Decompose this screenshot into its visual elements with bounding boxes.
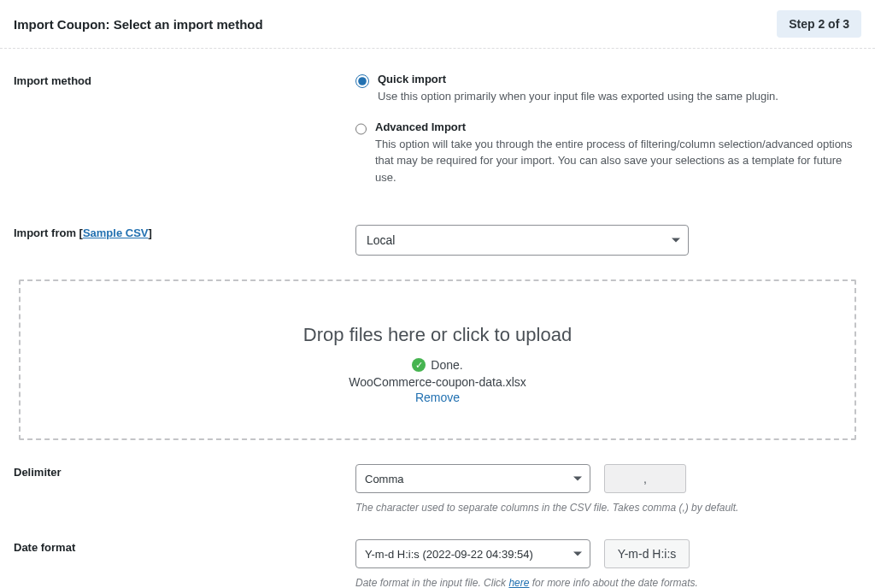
delimiter-helper: The character used to separate columns i…: [355, 500, 861, 515]
delimiter-char-input[interactable]: [604, 464, 686, 493]
delimiter-label: Delimiter: [14, 464, 355, 515]
quick-import-title: Quick import: [378, 73, 778, 85]
remove-file-link[interactable]: Remove: [38, 391, 837, 404]
date-format-display: Y-m-d H:i:s: [604, 539, 690, 568]
check-circle-icon: ✓: [412, 358, 426, 372]
file-dropzone[interactable]: Drop files here or click to upload ✓ Don…: [19, 279, 856, 440]
advanced-import-desc: This option will take you through the en…: [375, 138, 853, 184]
dropzone-title: Drop files here or click to upload: [38, 324, 837, 346]
import-method-value: Quick import Use this option primarily w…: [355, 73, 861, 201]
upload-done-row: ✓ Done.: [38, 358, 837, 372]
date-format-label: Date format: [14, 539, 355, 588]
delimiter-select[interactable]: Comma: [355, 464, 590, 493]
advanced-import-radio[interactable]: [355, 122, 367, 136]
date-format-row: Date format Y-m-d H:i:s (2022-09-22 04:3…: [14, 539, 861, 588]
import-method-row: Import method Quick import Use this opti…: [14, 73, 861, 201]
advanced-import-option[interactable]: Advanced Import This option will take yo…: [355, 121, 861, 186]
import-from-row: Import from [Sample CSV] Local: [14, 225, 861, 256]
import-from-label: Import from [Sample CSV]: [14, 225, 355, 256]
advanced-import-title: Advanced Import: [375, 121, 861, 133]
page-title: Import Coupon: Select an import method: [14, 17, 263, 32]
upload-done-text: Done.: [431, 358, 462, 372]
sample-csv-link[interactable]: Sample CSV: [83, 226, 149, 239]
delimiter-row: Delimiter Comma The character used to se…: [14, 464, 861, 515]
quick-import-radio[interactable]: [355, 74, 369, 88]
quick-import-option[interactable]: Quick import Use this option primarily w…: [355, 73, 861, 105]
import-from-select-wrap: Local: [355, 225, 689, 256]
date-format-helper: Date format in the input file. Click her…: [355, 575, 861, 588]
uploaded-filename: WooCommerce-coupon-data.xlsx: [38, 375, 837, 389]
import-from-select[interactable]: Local: [355, 225, 689, 256]
form-content: Import method Quick import Use this opti…: [0, 49, 875, 588]
date-format-help-link[interactable]: here: [508, 577, 529, 588]
quick-import-desc: Use this option primarily when your inpu…: [378, 90, 778, 103]
step-badge: Step 2 of 3: [777, 10, 861, 38]
date-format-select[interactable]: Y-m-d H:i:s (2022-09-22 04:39:54): [355, 539, 590, 568]
import-method-label: Import method: [14, 73, 355, 201]
page-header: Import Coupon: Select an import method S…: [0, 0, 875, 49]
